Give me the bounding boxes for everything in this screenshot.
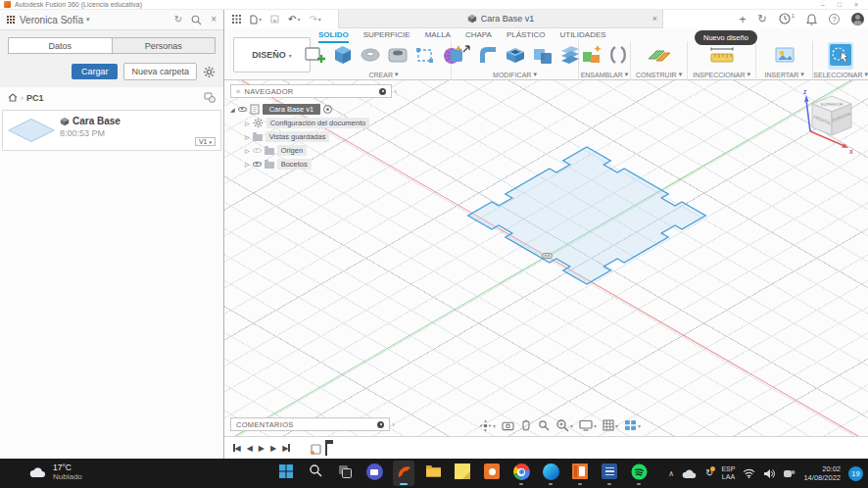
navigator-root-label[interactable]: Cara Base v1 <box>263 104 320 115</box>
origin-marker[interactable] <box>542 253 553 259</box>
taskbar-search-button[interactable] <box>305 461 326 486</box>
edge-button[interactable] <box>540 461 561 486</box>
pan-button[interactable] <box>520 419 532 431</box>
hole-button[interactable] <box>385 42 410 68</box>
minimize-button[interactable]: – <box>821 1 825 8</box>
user-avatar[interactable] <box>851 13 864 25</box>
chat-button[interactable] <box>363 461 385 486</box>
close-panel-button[interactable]: × <box>211 15 217 24</box>
wifi-icon[interactable] <box>743 468 755 478</box>
combine-button[interactable] <box>530 42 555 68</box>
file-card-cara-base[interactable]: Cara Base 8:00:53 PM V1 ▾ <box>2 110 221 151</box>
timeline-step-forward-button[interactable]: ▶ <box>270 444 276 453</box>
file-explorer-button[interactable] <box>422 461 444 486</box>
viewports-button[interactable]: ▾ <box>624 419 641 431</box>
onedrive-icon[interactable] <box>682 468 698 479</box>
press-pull-button[interactable] <box>448 42 473 68</box>
panel-settings-gear-icon[interactable] <box>203 66 216 78</box>
volume-icon[interactable] <box>763 468 775 479</box>
language-switcher[interactable]: ESPLAA <box>721 465 735 481</box>
timeline-go-to-start-button[interactable]: ◀ <box>233 444 241 453</box>
collections-icon[interactable] <box>204 92 216 103</box>
undo-button[interactable]: ↶ ▾ <box>288 14 300 24</box>
save-icon[interactable] <box>270 15 279 24</box>
help-button[interactable]: ? <box>829 14 840 24</box>
refresh-button[interactable]: ↻ <box>174 15 182 24</box>
notification-count-badge[interactable]: 19 <box>848 466 863 481</box>
view-cube[interactable]: SUPERIOR FRONTAL DERECHA Z X <box>794 86 866 155</box>
maximize-button[interactable]: □ <box>838 1 842 8</box>
new-component-button[interactable] <box>579 42 604 68</box>
chrome-button[interactable] <box>510 461 532 486</box>
reader-app-button[interactable] <box>569 461 591 486</box>
workspace-selector[interactable]: DISEÑO ▾ <box>233 37 311 73</box>
tab-datos[interactable]: Datos <box>8 37 112 54</box>
collapse-panel-icon[interactable]: « <box>236 87 240 96</box>
redo-button[interactable]: ↷ ▾ <box>309 14 320 24</box>
breadcrumb-root[interactable]: PC1 <box>26 93 44 103</box>
display-settings-button[interactable]: ▾ <box>579 419 597 431</box>
version-dropdown[interactable]: V1 ▾ <box>195 137 216 146</box>
expand-triangle-icon[interactable]: ▷ <box>245 161 250 168</box>
close-button[interactable]: × <box>854 1 858 8</box>
timeline-position-marker[interactable] <box>325 440 327 456</box>
notifications-bell-icon[interactable] <box>806 14 817 25</box>
section-crear-dropdown[interactable]: CREAR▾ <box>368 71 398 78</box>
grid-settings-button[interactable]: ▾ <box>603 419 618 431</box>
spotify-button[interactable] <box>628 461 650 486</box>
sync-status-icon[interactable]: ↻ <box>757 13 766 25</box>
weather-widget[interactable]: 17°CNublado <box>29 463 82 481</box>
extrude-button[interactable] <box>330 42 356 68</box>
shell-button[interactable] <box>503 42 528 68</box>
home-icon[interactable] <box>8 93 18 102</box>
navigator-root-row[interactable]: ◢ Cara Base v1 <box>230 102 397 116</box>
section-inspeccionar-dropdown[interactable]: INSPECCIONAR▾ <box>693 71 750 78</box>
timeline-go-to-end-button[interactable]: ▶ <box>282 444 290 453</box>
tray-expand-button[interactable]: ∧ <box>668 469 674 478</box>
search-icon[interactable] <box>191 15 202 25</box>
navigator-item-sketches[interactable]: ▷ Bocetos <box>245 157 397 171</box>
section-seleccionar-dropdown[interactable]: SELECCIONAR▾ <box>813 71 868 78</box>
insert-image-button[interactable] <box>772 42 797 68</box>
new-folder-button[interactable]: Nueva carpeta <box>123 63 197 80</box>
viewport-canvas[interactable]: « NAVEGADOR › ◢ Cara Base v1 ▷ Config <box>224 80 868 436</box>
start-button[interactable] <box>275 461 297 486</box>
visibility-eye-icon[interactable] <box>238 107 247 112</box>
navigator-item-named-views[interactable]: ▷ Vistas guardadas <box>245 129 397 143</box>
task-view-button[interactable] <box>334 461 356 486</box>
panel-resize-handle[interactable]: › <box>392 420 395 429</box>
visibility-eye-icon[interactable] <box>253 162 262 167</box>
section-insertar-dropdown[interactable]: INSERTAR▾ <box>765 71 804 78</box>
capture-tool-button[interactable] <box>481 461 503 486</box>
panel-options-icon[interactable] <box>377 421 384 428</box>
expand-triangle-icon[interactable]: ▷ <box>245 147 250 154</box>
section-ensamblar-dropdown[interactable]: ENSAMBLAR▾ <box>581 71 629 78</box>
tray-app-icon[interactable] <box>783 468 796 479</box>
team-selector[interactable]: Veronica Sofía <box>20 15 83 25</box>
new-design-button[interactable]: + <box>739 13 746 26</box>
comments-panel[interactable]: COMENTARIOS <box>230 417 390 431</box>
expand-triangle-icon[interactable]: ▷ <box>245 133 250 140</box>
panel-options-icon[interactable] <box>379 88 386 95</box>
expand-triangle-icon[interactable]: ◢ <box>230 106 235 113</box>
expand-triangle-icon[interactable]: ▷ <box>245 120 250 126</box>
clock-widget[interactable]: 20:0214/08/2022 <box>803 464 841 482</box>
navigator-item-origin[interactable]: ▷ Origen <box>245 143 397 157</box>
create-sketch-button[interactable] <box>303 42 328 68</box>
tab-personas[interactable]: Personas <box>112 37 217 54</box>
joint-button[interactable] <box>606 42 630 68</box>
revolve-button[interactable] <box>358 42 383 68</box>
sketch-feature-item[interactable] <box>310 442 323 456</box>
fit-button[interactable]: ▾ <box>555 418 573 432</box>
section-modificar-dropdown[interactable]: MODIFICAR▾ <box>493 71 537 78</box>
timeline-step-back-button[interactable]: ◀ <box>247 444 253 453</box>
visibility-eye-icon[interactable] <box>253 148 262 153</box>
sketch-dimension-button[interactable] <box>412 42 438 68</box>
select-button[interactable] <box>828 42 853 68</box>
sticky-notes-button[interactable] <box>452 461 473 486</box>
upload-button[interactable]: Cargar <box>72 64 119 79</box>
app-grid-icon[interactable] <box>232 15 241 24</box>
look-at-button[interactable] <box>502 420 514 431</box>
job-status-button[interactable]: 1 <box>779 13 795 26</box>
tab-close-icon[interactable]: × <box>652 14 657 24</box>
